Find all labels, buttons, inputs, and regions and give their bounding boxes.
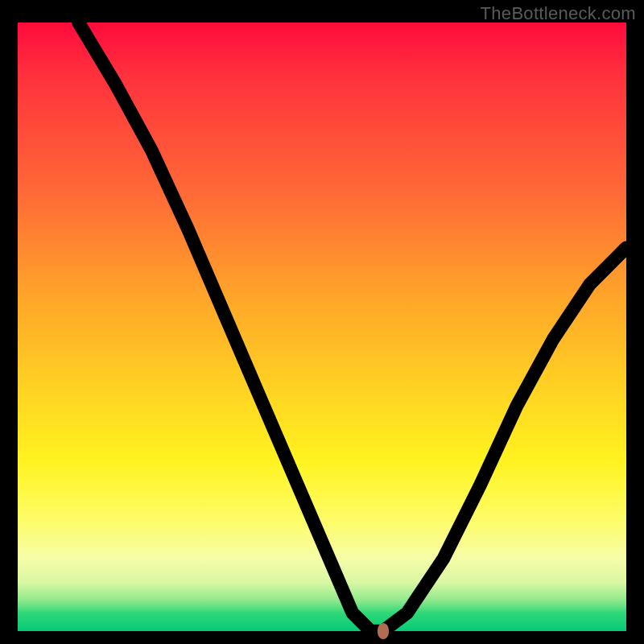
plot-area [18, 23, 626, 631]
optimal-point-marker [378, 623, 389, 639]
chart-frame: TheBottleneck.com [0, 0, 644, 644]
curve-path [79, 23, 626, 631]
watermark-text: TheBottleneck.com [481, 3, 636, 24]
bottleneck-curve [18, 23, 626, 631]
